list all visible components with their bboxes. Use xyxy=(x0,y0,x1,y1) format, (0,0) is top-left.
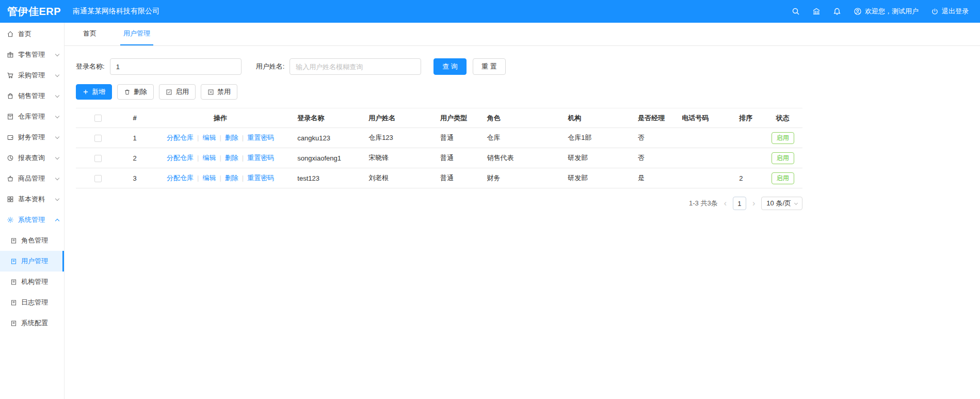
page-1-button[interactable]: 1 xyxy=(733,197,746,210)
cell-org: 研发部 xyxy=(561,148,632,168)
delete-button[interactable]: 删除 xyxy=(117,84,154,100)
app-logo: 管伊佳ERP xyxy=(0,5,65,19)
col-role: 角色 xyxy=(480,108,561,128)
tab-home[interactable]: 首页 xyxy=(80,23,100,45)
sidebar-item-label: 用户管理 xyxy=(21,257,48,266)
sidebar-item-config[interactable]: 系统配置 xyxy=(0,313,64,333)
delete-link[interactable]: 删除 xyxy=(225,154,238,162)
chevron-down-icon xyxy=(55,114,59,118)
sidebar-item-basic[interactable]: 基本资料 xyxy=(0,189,64,210)
cell-role: 销售代表 xyxy=(480,148,561,168)
enable-button[interactable]: 启用 xyxy=(159,84,196,100)
edit-link[interactable]: 编辑 xyxy=(202,174,216,182)
assign-warehouse-link[interactable]: 分配仓库 xyxy=(167,134,194,141)
welcome-text: 欢迎您，测试用户 xyxy=(865,7,919,16)
chevron-down-icon xyxy=(55,93,59,97)
user-name-input[interactable] xyxy=(290,58,421,75)
sidebar-item-home[interactable]: 首页 xyxy=(0,24,64,44)
sidebar-item-retail[interactable]: 零售管理 xyxy=(0,44,64,65)
sidebar-item-label: 角色管理 xyxy=(21,236,48,245)
row-checkbox[interactable] xyxy=(94,175,102,182)
bank-icon[interactable] xyxy=(812,7,821,15)
bell-icon[interactable] xyxy=(833,7,841,15)
sidebar-item-role[interactable]: 角色管理 xyxy=(0,230,64,251)
add-button[interactable]: 新增 xyxy=(76,84,112,100)
login-name-input[interactable] xyxy=(110,58,242,75)
edit-link[interactable]: 编辑 xyxy=(202,134,216,141)
status-badge[interactable]: 启用 xyxy=(772,172,794,184)
col-org: 机构 xyxy=(561,108,632,128)
sidebar-item-purchase[interactable]: 采购管理 xyxy=(0,65,64,86)
chevron-down-icon xyxy=(55,72,59,76)
assign-warehouse-link[interactable]: 分配仓库 xyxy=(167,174,194,182)
col-index: # xyxy=(120,108,149,128)
cell-user-name: 宋晓锋 xyxy=(362,148,434,168)
sidebar-item-sales[interactable]: 销售管理 xyxy=(0,86,64,106)
status-badge[interactable]: 启用 xyxy=(772,132,794,144)
sidebar-item-warehouse[interactable]: 仓库管理 xyxy=(0,106,64,127)
sidebar: 首页 零售管理 采购管理 销售管理 仓库管理 财务管理 xyxy=(0,23,65,399)
select-all-checkbox[interactable] xyxy=(94,115,102,122)
topbar-actions: 欢迎您，测试用户 退出登录 xyxy=(792,7,980,16)
edit-link[interactable]: 编辑 xyxy=(202,154,216,162)
sidebar-item-system[interactable]: 系统管理 xyxy=(0,210,64,230)
reset-password-link[interactable]: 重置密码 xyxy=(247,154,274,162)
sidebar-item-finance[interactable]: 财务管理 xyxy=(0,127,64,148)
sidebar-item-user[interactable]: 用户管理 xyxy=(0,251,64,272)
delete-link[interactable]: 删除 xyxy=(225,174,238,182)
logout-button[interactable]: 退出登录 xyxy=(931,7,969,16)
sidebar-item-log[interactable]: 日志管理 xyxy=(0,292,64,313)
sidebar-item-report[interactable]: 报表查询 xyxy=(0,148,64,168)
next-page-button[interactable]: › xyxy=(751,199,756,208)
sidebar-item-label: 日志管理 xyxy=(21,298,48,307)
user-table: # 操作 登录名称 用户姓名 用户类型 角色 机构 是否经理 电话号码 排序 状… xyxy=(76,108,968,188)
login-name-label: 登录名称: xyxy=(76,62,105,71)
disable-button[interactable]: 禁用 xyxy=(201,84,237,100)
row-checkbox[interactable] xyxy=(94,135,102,142)
sidebar-item-label: 报表查询 xyxy=(18,153,52,163)
enable-button-label: 启用 xyxy=(175,87,189,97)
chevron-down-icon xyxy=(55,175,59,180)
col-sort: 排序 xyxy=(733,108,763,128)
main-area: 首页 用户管理 登录名称: 用户姓名: 查 询 重 置 新增 xyxy=(65,23,980,399)
row-checkbox[interactable] xyxy=(94,155,102,162)
disable-button-label: 禁用 xyxy=(217,87,231,97)
cell-role: 仓库 xyxy=(480,128,561,148)
table-header-row: # 操作 登录名称 用户姓名 用户类型 角色 机构 是否经理 电话号码 排序 状… xyxy=(76,108,802,128)
sidebar-item-label: 系统配置 xyxy=(21,318,48,328)
filter-bar: 登录名称: 用户姓名: 查 询 重 置 xyxy=(76,58,968,75)
sidebar-item-goods[interactable]: 商品管理 xyxy=(0,168,64,189)
search-button[interactable]: 查 询 xyxy=(433,58,467,75)
doc-icon xyxy=(10,237,17,244)
reset-password-link[interactable]: 重置密码 xyxy=(247,174,274,182)
cell-user-type: 普通 xyxy=(434,128,481,148)
cell-user-type: 普通 xyxy=(434,168,481,188)
status-badge[interactable]: 启用 xyxy=(772,152,794,164)
col-login-name: 登录名称 xyxy=(291,108,362,128)
table-row: 3 分配仓库|编辑|删除|重置密码 test123 刘老根 普通 财务 研发部 … xyxy=(76,168,802,188)
table-row: 1 分配仓库|编辑|删除|重置密码 cangku123 仓库123 普通 仓库 … xyxy=(76,128,802,148)
delete-link[interactable]: 删除 xyxy=(225,134,238,141)
page-size-select[interactable]: 10 条/页 xyxy=(761,197,802,210)
assign-warehouse-link[interactable]: 分配仓库 xyxy=(167,154,194,162)
col-is-manager: 是否经理 xyxy=(632,108,676,128)
tab-user-management[interactable]: 用户管理 xyxy=(120,23,153,45)
finance-icon xyxy=(7,134,14,141)
chevron-down-icon xyxy=(55,52,59,56)
reset-password-link[interactable]: 重置密码 xyxy=(247,134,274,141)
sidebar-item-org[interactable]: 机构管理 xyxy=(0,272,64,292)
check-square-icon xyxy=(166,89,172,95)
goods-icon xyxy=(7,175,14,182)
sidebar-item-label: 仓库管理 xyxy=(18,112,52,121)
reset-button[interactable]: 重 置 xyxy=(473,58,506,75)
search-icon[interactable] xyxy=(792,7,800,15)
cell-phone xyxy=(676,168,733,188)
x-square-icon xyxy=(207,89,214,95)
logout-icon xyxy=(931,8,939,15)
col-phone: 电话号码 xyxy=(676,108,733,128)
purchase-icon xyxy=(7,72,14,79)
user-menu[interactable]: 欢迎您，测试用户 xyxy=(854,7,919,16)
page-content: 登录名称: 用户姓名: 查 询 重 置 新增 删除 启用 xyxy=(65,46,980,210)
cell-sort xyxy=(733,148,763,168)
prev-page-button[interactable]: ‹ xyxy=(723,199,728,208)
